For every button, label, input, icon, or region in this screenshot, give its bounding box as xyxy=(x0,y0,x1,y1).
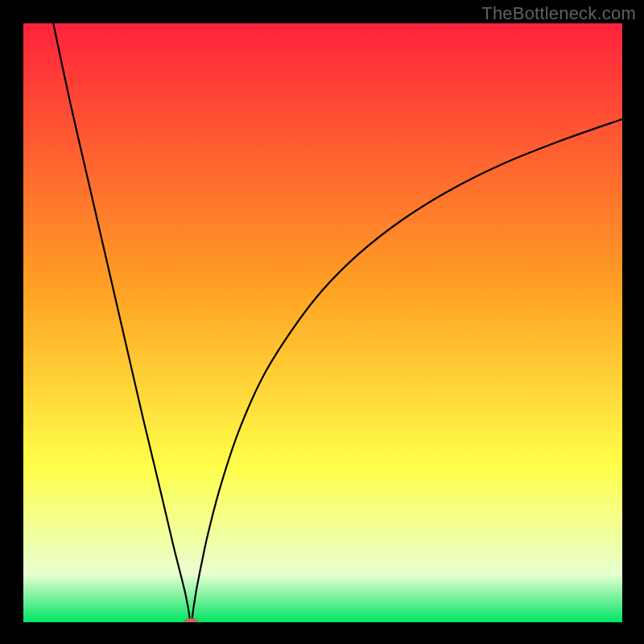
bottleneck-chart xyxy=(0,0,644,644)
plot-background xyxy=(23,23,622,622)
watermark-text: TheBottleneck.com xyxy=(481,3,636,24)
chart-container: { "watermark": "TheBottleneck.com", "col… xyxy=(0,0,644,644)
